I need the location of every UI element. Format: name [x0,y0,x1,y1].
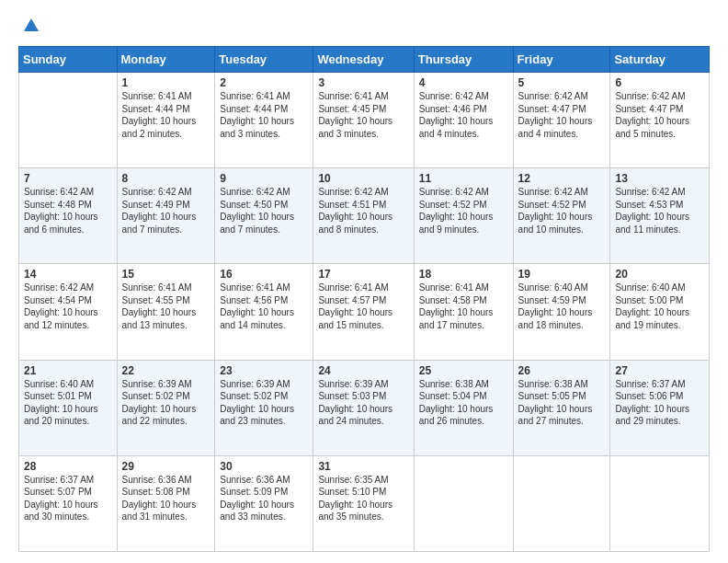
header [18,15,710,37]
day-number: 27 [615,364,704,377]
calendar-body: 1Sunrise: 6:41 AM Sunset: 4:44 PM Daylig… [19,73,710,552]
day-info: Sunrise: 6:37 AM Sunset: 5:06 PM Dayligh… [615,378,704,428]
page: SundayMondayTuesdayWednesdayThursdayFrid… [0,0,728,563]
day-info: Sunrise: 6:42 AM Sunset: 4:49 PM Dayligh… [122,186,210,236]
week-row-3: 14Sunrise: 6:42 AM Sunset: 4:54 PM Dayli… [19,264,710,360]
day-info: Sunrise: 6:36 AM Sunset: 5:08 PM Dayligh… [122,474,210,523]
day-info: Sunrise: 6:41 AM Sunset: 4:45 PM Dayligh… [318,90,408,140]
day-number: 10 [318,172,408,185]
header-cell-saturday: Saturday [610,47,710,73]
day-cell: 1Sunrise: 6:41 AM Sunset: 4:44 PM Daylig… [117,73,215,168]
calendar: SundayMondayTuesdayWednesdayThursdayFrid… [18,46,710,552]
day-number: 26 [518,364,606,377]
day-info: Sunrise: 6:42 AM Sunset: 4:54 PM Dayligh… [24,282,112,331]
day-number: 25 [419,364,508,377]
day-info: Sunrise: 6:36 AM Sunset: 5:09 PM Dayligh… [220,474,308,523]
day-info: Sunrise: 6:42 AM Sunset: 4:46 PM Dayligh… [419,90,508,140]
day-cell: 30Sunrise: 6:36 AM Sunset: 5:09 PM Dayli… [215,455,313,551]
day-number: 11 [419,172,508,185]
day-cell: 27Sunrise: 6:37 AM Sunset: 5:06 PM Dayli… [610,360,710,455]
logo-icon [20,15,42,37]
week-row-2: 7Sunrise: 6:42 AM Sunset: 4:48 PM Daylig… [19,168,710,264]
day-number: 30 [220,460,308,473]
day-cell: 18Sunrise: 6:41 AM Sunset: 4:58 PM Dayli… [414,264,513,360]
day-cell: 31Sunrise: 6:35 AM Sunset: 5:10 PM Dayli… [313,455,414,551]
day-cell: 10Sunrise: 6:42 AM Sunset: 4:51 PM Dayli… [313,168,414,264]
day-cell: 3Sunrise: 6:41 AM Sunset: 4:45 PM Daylig… [313,73,414,168]
day-cell: 16Sunrise: 6:41 AM Sunset: 4:56 PM Dayli… [215,264,313,360]
day-cell [610,455,710,551]
day-cell [19,73,118,168]
day-number: 23 [220,364,308,377]
day-cell: 11Sunrise: 6:42 AM Sunset: 4:52 PM Dayli… [414,168,513,264]
day-info: Sunrise: 6:41 AM Sunset: 4:57 PM Dayligh… [318,282,408,331]
day-info: Sunrise: 6:42 AM Sunset: 4:47 PM Dayligh… [518,90,606,140]
day-info: Sunrise: 6:40 AM Sunset: 4:59 PM Dayligh… [518,282,606,331]
day-number: 14 [24,268,112,281]
header-cell-thursday: Thursday [414,47,513,73]
day-number: 29 [122,460,210,473]
week-row-1: 1Sunrise: 6:41 AM Sunset: 4:44 PM Daylig… [19,73,710,168]
day-number: 13 [615,172,704,185]
day-info: Sunrise: 6:42 AM Sunset: 4:53 PM Dayligh… [615,186,704,236]
header-row: SundayMondayTuesdayWednesdayThursdayFrid… [19,47,710,73]
day-number: 3 [318,76,408,89]
day-number: 19 [518,268,606,281]
day-number: 12 [518,172,606,185]
day-info: Sunrise: 6:38 AM Sunset: 5:04 PM Dayligh… [419,378,508,428]
day-cell: 24Sunrise: 6:39 AM Sunset: 5:03 PM Dayli… [313,360,414,455]
day-cell: 5Sunrise: 6:42 AM Sunset: 4:47 PM Daylig… [513,73,610,168]
header-cell-monday: Monday [117,47,215,73]
day-number: 17 [318,268,408,281]
day-cell: 7Sunrise: 6:42 AM Sunset: 4:48 PM Daylig… [19,168,118,264]
day-cell: 26Sunrise: 6:38 AM Sunset: 5:05 PM Dayli… [513,360,610,455]
day-number: 5 [518,76,606,89]
day-number: 7 [24,172,112,185]
day-number: 9 [220,172,308,185]
svg-marker-0 [24,18,39,31]
day-number: 18 [419,268,508,281]
week-row-5: 28Sunrise: 6:37 AM Sunset: 5:07 PM Dayli… [19,455,710,551]
day-cell: 14Sunrise: 6:42 AM Sunset: 4:54 PM Dayli… [19,264,118,360]
week-row-4: 21Sunrise: 6:40 AM Sunset: 5:01 PM Dayli… [19,360,710,455]
day-info: Sunrise: 6:41 AM Sunset: 4:44 PM Dayligh… [122,90,210,140]
day-cell: 25Sunrise: 6:38 AM Sunset: 5:04 PM Dayli… [414,360,513,455]
day-cell: 17Sunrise: 6:41 AM Sunset: 4:57 PM Dayli… [313,264,414,360]
day-info: Sunrise: 6:41 AM Sunset: 4:55 PM Dayligh… [122,282,210,331]
day-number: 2 [220,76,308,89]
day-info: Sunrise: 6:39 AM Sunset: 5:02 PM Dayligh… [220,378,308,428]
day-number: 28 [24,460,112,473]
day-cell: 2Sunrise: 6:41 AM Sunset: 4:44 PM Daylig… [215,73,313,168]
day-number: 4 [419,76,508,89]
day-cell: 21Sunrise: 6:40 AM Sunset: 5:01 PM Dayli… [19,360,118,455]
day-info: Sunrise: 6:42 AM Sunset: 4:52 PM Dayligh… [419,186,508,236]
header-cell-friday: Friday [513,47,610,73]
day-number: 31 [318,460,408,473]
day-info: Sunrise: 6:42 AM Sunset: 4:52 PM Dayligh… [518,186,606,236]
day-number: 20 [615,268,704,281]
day-cell [414,455,513,551]
day-number: 21 [24,364,112,377]
calendar-header: SundayMondayTuesdayWednesdayThursdayFrid… [19,47,710,73]
day-cell: 8Sunrise: 6:42 AM Sunset: 4:49 PM Daylig… [117,168,215,264]
day-cell: 23Sunrise: 6:39 AM Sunset: 5:02 PM Dayli… [215,360,313,455]
day-number: 1 [122,76,210,89]
day-cell: 22Sunrise: 6:39 AM Sunset: 5:02 PM Dayli… [117,360,215,455]
day-number: 15 [122,268,210,281]
day-cell: 13Sunrise: 6:42 AM Sunset: 4:53 PM Dayli… [610,168,710,264]
day-number: 24 [318,364,408,377]
day-cell: 4Sunrise: 6:42 AM Sunset: 4:46 PM Daylig… [414,73,513,168]
day-cell: 9Sunrise: 6:42 AM Sunset: 4:50 PM Daylig… [215,168,313,264]
logo [18,15,42,37]
header-cell-wednesday: Wednesday [313,47,414,73]
day-info: Sunrise: 6:41 AM Sunset: 4:56 PM Dayligh… [220,282,308,331]
header-cell-sunday: Sunday [19,47,118,73]
day-info: Sunrise: 6:37 AM Sunset: 5:07 PM Dayligh… [24,474,112,523]
day-info: Sunrise: 6:42 AM Sunset: 4:50 PM Dayligh… [220,186,308,236]
day-info: Sunrise: 6:38 AM Sunset: 5:05 PM Dayligh… [518,378,606,428]
day-info: Sunrise: 6:40 AM Sunset: 5:01 PM Dayligh… [24,378,112,428]
day-info: Sunrise: 6:39 AM Sunset: 5:02 PM Dayligh… [122,378,210,428]
calendar-table: SundayMondayTuesdayWednesdayThursdayFrid… [18,46,710,552]
day-cell: 29Sunrise: 6:36 AM Sunset: 5:08 PM Dayli… [117,455,215,551]
day-info: Sunrise: 6:42 AM Sunset: 4:47 PM Dayligh… [615,90,704,140]
